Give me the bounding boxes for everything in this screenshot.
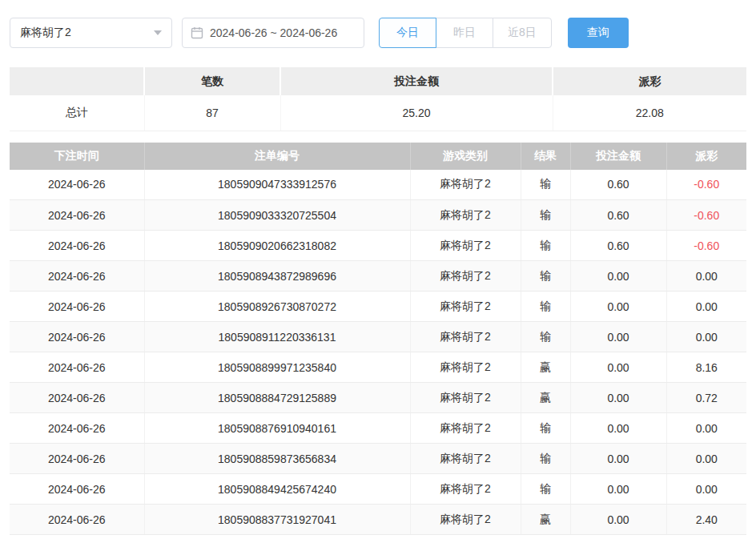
date-range-value: 2024-06-26 ~ 2024-06-26 xyxy=(210,26,337,39)
summary-header-row: 笔数 投注金额 派彩 xyxy=(10,67,746,95)
payout-cell: 0.72 xyxy=(666,383,746,413)
payout-cell: -0.60 xyxy=(666,170,746,200)
payout-cell: 0.00 xyxy=(666,444,746,474)
bet-time-cell: 2024-06-26 xyxy=(10,352,144,383)
table-row: 2024-06-261805908859873656834麻将胡了2输0.000… xyxy=(10,444,746,474)
bet-id-cell: 1805908876910940161 xyxy=(144,413,410,444)
bet-table: 下注时间 注单编号 游戏类别 结果 投注金额 派彩 2024-06-261805… xyxy=(10,143,746,536)
quick-date-button-昨日[interactable]: 昨日 xyxy=(436,18,493,48)
result-cell: 输 xyxy=(521,474,570,505)
payout-cell: 0.00 xyxy=(666,474,746,505)
bet-id-cell: 1805909033320725504 xyxy=(144,200,410,231)
result-cell: 赢 xyxy=(521,383,570,413)
result-cell: 输 xyxy=(521,413,570,444)
bet-table-body: 2024-06-261805909047333912576麻将胡了2输0.60-… xyxy=(10,170,746,535)
date-range-picker[interactable]: 2024-06-26 ~ 2024-06-26 xyxy=(182,18,364,48)
result-cell: 输 xyxy=(521,444,570,474)
table-row: 2024-06-261805909020662318082麻将胡了2输0.60-… xyxy=(10,231,746,261)
payout-cell: 0.00 xyxy=(666,292,746,322)
bet-time-cell: 2024-06-26 xyxy=(10,261,144,292)
result-cell: 输 xyxy=(521,200,570,231)
bet-time-cell: 2024-06-26 xyxy=(10,505,144,535)
bet-id-cell: 1805908899971235840 xyxy=(144,352,410,383)
header-game-type: 游戏类别 xyxy=(410,143,521,170)
header-bet-time: 下注时间 xyxy=(10,143,144,170)
result-cell: 输 xyxy=(521,261,570,292)
bet-amount-cell: 0.00 xyxy=(570,444,666,474)
game-type-cell: 麻将胡了2 xyxy=(410,444,521,474)
header-bet-id: 注单编号 xyxy=(144,143,410,170)
payout-cell: 0.00 xyxy=(666,322,746,352)
header-bet-amount: 投注金额 xyxy=(570,143,666,170)
payout-cell: -0.60 xyxy=(666,231,746,261)
bet-amount-cell: 0.00 xyxy=(570,383,666,413)
game-type-cell: 麻将胡了2 xyxy=(410,322,521,352)
game-type-cell: 麻将胡了2 xyxy=(410,261,521,292)
bet-amount-cell: 0.00 xyxy=(570,292,666,322)
bet-time-cell: 2024-06-26 xyxy=(10,200,144,231)
summary-header-count: 笔数 xyxy=(144,67,280,95)
bet-amount-cell: 0.00 xyxy=(570,474,666,505)
bet-time-cell: 2024-06-26 xyxy=(10,413,144,444)
table-row: 2024-06-261805909033320725504麻将胡了2输0.60-… xyxy=(10,200,746,231)
bet-amount-cell: 0.00 xyxy=(570,413,666,444)
table-row: 2024-06-261805908849425674240麻将胡了2输0.000… xyxy=(10,474,746,505)
bet-time-cell: 2024-06-26 xyxy=(10,170,144,200)
summary-total-row: 总计 87 25.20 22.08 xyxy=(10,95,746,131)
summary-total-label: 总计 xyxy=(10,95,144,131)
bet-time-cell: 2024-06-26 xyxy=(10,322,144,352)
header-result: 结果 xyxy=(521,143,570,170)
game-select-value: 麻将胡了2 xyxy=(20,26,71,40)
game-type-cell: 麻将胡了2 xyxy=(410,200,521,231)
chevron-down-icon xyxy=(154,30,162,35)
quick-date-buttons: 今日昨日近8日 xyxy=(379,18,552,48)
quick-date-button-今日[interactable]: 今日 xyxy=(379,18,436,48)
game-type-cell: 麻将胡了2 xyxy=(410,170,521,200)
table-row: 2024-06-261805908884729125889麻将胡了2赢0.000… xyxy=(10,383,746,413)
bet-amount-cell: 0.00 xyxy=(570,352,666,383)
result-cell: 赢 xyxy=(521,505,570,535)
bet-amount-cell: 0.00 xyxy=(570,261,666,292)
game-type-cell: 麻将胡了2 xyxy=(410,413,521,444)
payout-cell: 0.00 xyxy=(666,261,746,292)
table-row: 2024-06-261805908837731927041麻将胡了2赢0.002… xyxy=(10,505,746,535)
bet-id-cell: 1805908884729125889 xyxy=(144,383,410,413)
bet-amount-cell: 0.60 xyxy=(570,170,666,200)
query-button[interactable]: 查询 xyxy=(568,18,629,48)
game-type-cell: 麻将胡了2 xyxy=(410,352,521,383)
bet-time-cell: 2024-06-26 xyxy=(10,231,144,261)
bet-amount-cell: 0.60 xyxy=(570,231,666,261)
bet-id-cell: 1805908911220336131 xyxy=(144,322,410,352)
payout-cell: -0.60 xyxy=(666,200,746,231)
payout-cell: 2.40 xyxy=(666,505,746,535)
result-cell: 输 xyxy=(521,292,570,322)
summary-header-blank xyxy=(10,67,144,95)
bet-id-cell: 1805908859873656834 xyxy=(144,444,410,474)
game-type-cell: 麻将胡了2 xyxy=(410,383,521,413)
table-row: 2024-06-261805908911220336131麻将胡了2输0.000… xyxy=(10,322,746,352)
bet-time-cell: 2024-06-26 xyxy=(10,444,144,474)
payout-cell: 8.16 xyxy=(666,352,746,383)
bet-id-cell: 1805908849425674240 xyxy=(144,474,410,505)
result-cell: 赢 xyxy=(521,352,570,383)
game-select[interactable]: 麻将胡了2 xyxy=(10,18,172,48)
bet-id-cell: 1805908926730870272 xyxy=(144,292,410,322)
bet-time-cell: 2024-06-26 xyxy=(10,474,144,505)
summary-header-bet-amount: 投注金额 xyxy=(280,67,553,95)
bet-time-cell: 2024-06-26 xyxy=(10,292,144,322)
bet-amount-cell: 0.00 xyxy=(570,322,666,352)
table-row: 2024-06-261805908899971235840麻将胡了2赢0.008… xyxy=(10,352,746,383)
result-cell: 输 xyxy=(521,231,570,261)
summary-table: 笔数 投注金额 派彩 总计 87 25.20 22.08 xyxy=(10,67,746,131)
game-type-cell: 麻将胡了2 xyxy=(410,474,521,505)
summary-total-payout: 22.08 xyxy=(553,95,746,131)
payout-cell: 0.00 xyxy=(666,413,746,444)
game-type-cell: 麻将胡了2 xyxy=(410,505,521,535)
game-type-cell: 麻将胡了2 xyxy=(410,292,521,322)
result-cell: 输 xyxy=(521,322,570,352)
table-row: 2024-06-261805908943872989696麻将胡了2输0.000… xyxy=(10,261,746,292)
table-row: 2024-06-261805909047333912576麻将胡了2输0.60-… xyxy=(10,170,746,200)
quick-date-button-近8日[interactable]: 近8日 xyxy=(493,18,552,48)
summary-total-bet-amount: 25.20 xyxy=(280,95,553,131)
bet-id-cell: 1805909020662318082 xyxy=(144,231,410,261)
